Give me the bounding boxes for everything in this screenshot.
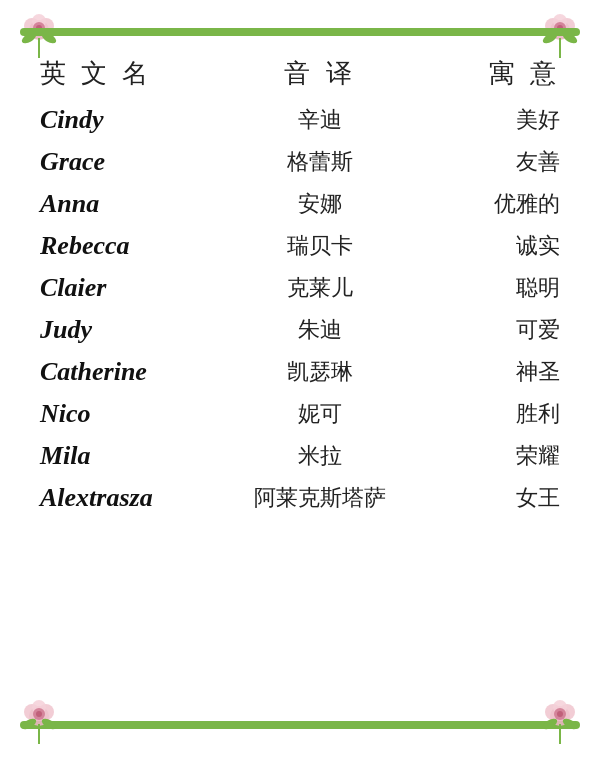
- cell-meaning: 神圣: [410, 357, 570, 387]
- table-row: Nico 妮可 胜利: [30, 393, 570, 435]
- cell-meaning: 优雅的: [410, 189, 570, 219]
- cell-phonetic: 朱迪: [230, 315, 410, 345]
- cell-meaning: 女王: [410, 483, 570, 513]
- cell-english: Judy: [30, 315, 230, 345]
- table-row: Claier 克莱儿 聪明: [30, 267, 570, 309]
- cell-english: Grace: [30, 147, 230, 177]
- cell-meaning: 美好: [410, 105, 570, 135]
- page-container: 英 文 名 音 译 寓 意 Cindy 辛迪 美好 Grace: [0, 0, 600, 757]
- svg-point-23: [36, 711, 42, 717]
- table-row: Catherine 凯瑟琳 神圣: [30, 351, 570, 393]
- table-row: Cindy 辛迪 美好: [30, 99, 570, 141]
- table-row: Grace 格蕾斯 友善: [30, 141, 570, 183]
- cell-phonetic: 瑞贝卡: [230, 231, 410, 261]
- table-row: Alextrasza 阿莱克斯塔萨 女王: [30, 477, 570, 519]
- cell-phonetic: 格蕾斯: [230, 147, 410, 177]
- cell-english: Mila: [30, 441, 230, 471]
- header-col-phonetic: 音 译: [230, 56, 410, 91]
- cell-english: Claier: [30, 273, 230, 303]
- cell-english: Catherine: [30, 357, 230, 387]
- name-table: 英 文 名 音 译 寓 意 Cindy 辛迪 美好 Grace: [30, 46, 570, 721]
- cell-meaning: 聪明: [410, 273, 570, 303]
- cell-meaning: 可爱: [410, 315, 570, 345]
- cell-meaning: 友善: [410, 147, 570, 177]
- rose-bottom-left-icon: [12, 694, 67, 749]
- cell-english: Alextrasza: [30, 483, 230, 513]
- table-row: Rebecca 瑞贝卡 诚实: [30, 225, 570, 267]
- svg-point-32: [557, 711, 563, 717]
- cell-english: Anna: [30, 189, 230, 219]
- rose-bottom-right-icon: [533, 694, 588, 749]
- table-rows-container: Cindy 辛迪 美好 Grace 格蕾斯 友善 Anna 安娜: [30, 99, 570, 519]
- cell-english: Rebecca: [30, 231, 230, 261]
- cell-english: Cindy: [30, 105, 230, 135]
- cell-phonetic: 妮可: [230, 399, 410, 429]
- table-row: Mila 米拉 荣耀: [30, 435, 570, 477]
- cell-meaning: 荣耀: [410, 441, 570, 471]
- border-top: [20, 28, 580, 36]
- cell-english: Nico: [30, 399, 230, 429]
- table-row: Anna 安娜 优雅的: [30, 183, 570, 225]
- cell-meaning: 胜利: [410, 399, 570, 429]
- border-bottom: [20, 721, 580, 729]
- table-header-row: 英 文 名 音 译 寓 意: [30, 46, 570, 99]
- cell-phonetic: 辛迪: [230, 105, 410, 135]
- cell-phonetic: 阿莱克斯塔萨: [230, 483, 410, 513]
- cell-phonetic: 米拉: [230, 441, 410, 471]
- cell-meaning: 诚实: [410, 231, 570, 261]
- cell-phonetic: 凯瑟琳: [230, 357, 410, 387]
- table-row: Judy 朱迪 可爱: [30, 309, 570, 351]
- cell-phonetic: 克莱儿: [230, 273, 410, 303]
- cell-phonetic: 安娜: [230, 189, 410, 219]
